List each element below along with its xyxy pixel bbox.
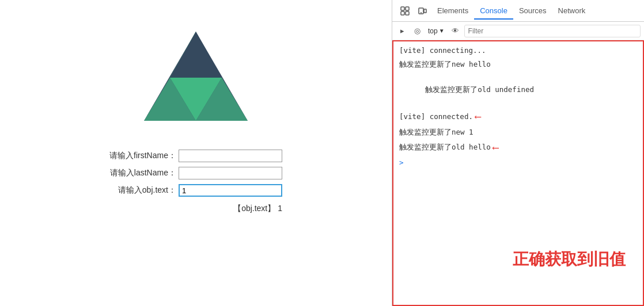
- eye-icon[interactable]: 👁: [449, 25, 462, 37]
- lastName-row: 请输入lastName：: [110, 167, 282, 179]
- block-icon[interactable]: ◎: [411, 25, 423, 37]
- console-line-5: 触发监控更新了old hello ⟵: [393, 139, 643, 156]
- top-selector[interactable]: top ▼: [426, 26, 447, 36]
- console-output: [vite] connecting... 触发监控更新了new hello 触发…: [392, 40, 644, 306]
- svg-rect-7: [406, 7, 409, 10]
- console-line-2: 触发监控更新了old undefined: [393, 71, 643, 108]
- left-panel: 请输入firstName： 请输入lastName： 请输入obj.text： …: [0, 0, 392, 306]
- objText-label: 请输入obj.text：: [118, 185, 176, 196]
- filter-input[interactable]: [464, 25, 641, 37]
- console-toolbar: ▸ ◎ top ▼ 👁: [392, 22, 644, 40]
- arrow-icon-2: ⟵: [493, 140, 499, 155]
- lastName-input[interactable]: [179, 167, 282, 179]
- lastName-label: 请输入lastName：: [110, 168, 176, 178]
- objText-row: 请输入obj.text：: [118, 184, 282, 197]
- inspect-icon[interactable]: [397, 3, 413, 19]
- arrow-icon-1: ⟵: [475, 109, 481, 124]
- big-chinese-text: 正确获取到旧值: [513, 248, 626, 270]
- tab-network[interactable]: Network: [552, 3, 592, 20]
- firstName-input[interactable]: [179, 150, 282, 162]
- clear-console-icon[interactable]: ▸: [396, 25, 408, 37]
- device-icon[interactable]: [414, 3, 430, 19]
- console-line-0: [vite] connecting...: [393, 44, 643, 58]
- chevron-down-icon: ▼: [439, 28, 445, 34]
- devtools-panel: Elements Console Sources Network ▸ ◎ top…: [392, 0, 644, 306]
- console-prompt[interactable]: >: [393, 156, 643, 170]
- console-line-1: 触发监控更新了new hello: [393, 58, 643, 71]
- svg-rect-6: [401, 7, 404, 10]
- vue-logo: [138, 17, 253, 132]
- tab-console[interactable]: Console: [474, 3, 513, 20]
- svg-rect-11: [424, 9, 426, 13]
- console-line-3: [vite] connected. ⟵: [393, 108, 643, 125]
- tab-elements[interactable]: Elements: [431, 3, 474, 20]
- svg-marker-3: [170, 32, 222, 78]
- devtools-tab-bar: Elements Console Sources Network: [392, 0, 644, 22]
- objText-input[interactable]: [179, 184, 282, 197]
- firstName-label: 请输入firstName：: [109, 151, 176, 161]
- console-line-4: 触发监控更新了new 1: [393, 125, 643, 139]
- firstName-row: 请输入firstName：: [109, 150, 282, 162]
- form-area: 请输入firstName： 请输入lastName： 请输入obj.text： …: [109, 150, 282, 214]
- svg-rect-9: [406, 12, 409, 15]
- tab-sources[interactable]: Sources: [513, 3, 552, 20]
- obj-text-display: 【obj.text】 1: [233, 204, 282, 214]
- svg-rect-8: [401, 12, 404, 15]
